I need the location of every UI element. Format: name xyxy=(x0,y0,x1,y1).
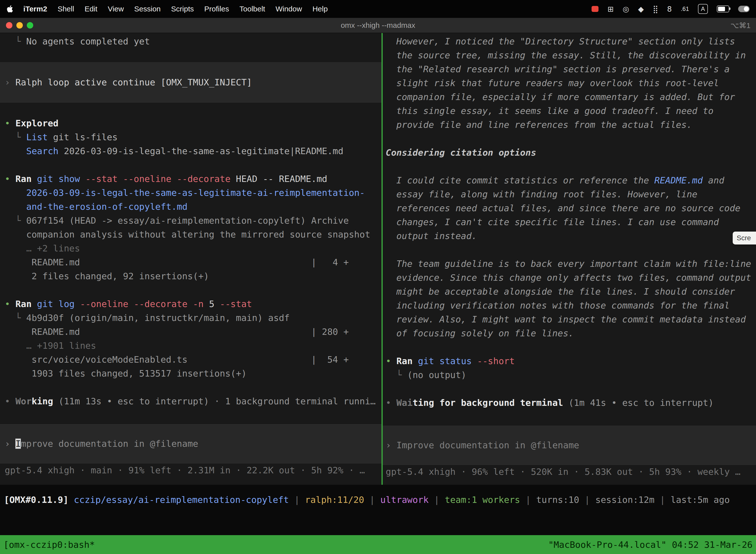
tmux-hostname-clock: "MacBook-Pro-44.local" 04:52 31-Mar-26 xyxy=(548,540,753,550)
minimize-window-button[interactable] xyxy=(16,22,23,29)
input-source-icon[interactable]: A xyxy=(698,4,708,14)
explored-list-line: └ List git ls-files xyxy=(0,130,381,144)
git-output-line: └ (no output) xyxy=(383,368,756,382)
left-pane[interactable]: └ No agents completed yet › Ralph loop a… xyxy=(0,33,381,486)
git-flags: --oneline --decorate -n xyxy=(75,299,209,309)
menu-item-iterm2[interactable]: iTerm2 xyxy=(23,5,47,13)
grid-icon[interactable]: ⊞ xyxy=(608,5,614,13)
prompt-input-box[interactable]: › Improve documentation in @filename xyxy=(0,424,381,463)
tmux-session-window: [omx-cczip0:bash* xyxy=(3,540,95,550)
menu-item-profiles[interactable]: Profiles xyxy=(204,5,229,13)
window-hotkey-label: ⌥⌘1 xyxy=(731,21,751,30)
apple-menu[interactable] xyxy=(6,5,13,13)
bullet-icon: • xyxy=(5,299,15,309)
input-text: Improve documentation in @filename xyxy=(396,440,579,450)
hotkey-app-icon[interactable]: 8 xyxy=(667,5,672,13)
input-text: mprove documentation in @filename xyxy=(21,439,198,449)
working-status-line: • Working (11m 13s • esc to interrupt) ·… xyxy=(0,394,381,408)
menu-bar: iTerm2 Shell Edit View Session Scripts P… xyxy=(0,0,756,18)
explored-search-line: Search 2026-03-09-is-legal-the-same-as-l… xyxy=(0,144,381,158)
menu-item-edit[interactable]: Edit xyxy=(84,5,98,13)
diffstat-line: src/voice/voiceModeEnabled.ts | 54 + xyxy=(0,353,381,367)
waiting-status-line: • Waiting for background terminal (1m 41… xyxy=(383,396,756,410)
omx-session-time: session:12m xyxy=(595,495,654,505)
ran-git-log-line: • Ran git log --oneline --decorate -n 5 … xyxy=(0,297,381,311)
menu-item-toolbelt[interactable]: Toolbelt xyxy=(240,5,265,13)
tool-verb: Search xyxy=(26,146,59,156)
explored-header: • Explored xyxy=(0,116,381,130)
close-window-button[interactable] xyxy=(6,22,12,29)
model-status-line: gpt-5.4 xhigh · 96% left · 520K in · 5.8… xyxy=(383,465,756,479)
git-output-line: └ 4b9d30f (origin/main, instructkr/main,… xyxy=(0,311,381,325)
status-badge[interactable]: .61 xyxy=(681,5,689,12)
git-flags: --short xyxy=(472,356,515,366)
git-flags: --stat xyxy=(214,299,252,309)
prompt-chevron-icon: › xyxy=(5,77,15,88)
ran-git-status-line: • Ran git status --short xyxy=(383,354,756,368)
menu-item-shell[interactable]: Shell xyxy=(58,5,74,13)
omx-ralph-counter: ralph:11/20 xyxy=(305,495,364,505)
prompt-chevron-icon: › xyxy=(5,439,15,449)
battery-icon[interactable] xyxy=(717,5,729,12)
git-command: git show xyxy=(32,174,80,184)
window-titlebar: omx --xhigh --madmax ⌥⌘1 xyxy=(0,18,756,33)
menu-item-help[interactable]: Help xyxy=(313,5,328,13)
omx-version: [OMX#0.11.9] xyxy=(4,495,68,505)
omx-last-activity: last:5m ago xyxy=(671,495,730,505)
zoom-window-button[interactable] xyxy=(27,22,33,29)
apps-grid-icon[interactable]: ⣿ xyxy=(653,5,658,13)
ralph-loop-message: Ralph loop active continue [OMX_TMUX_INJ… xyxy=(15,77,252,88)
bullet-icon: • xyxy=(386,398,396,408)
truncated-lines-note: … +2 lines xyxy=(0,241,381,256)
reasoning-paragraph: The team guideline is to back every impo… xyxy=(383,257,752,340)
ran-verb: Ran xyxy=(396,356,413,366)
window-controls xyxy=(6,22,33,29)
right-pane[interactable]: However, I noticed the "Directory Struct… xyxy=(383,33,756,486)
prompt-chevron-icon: › xyxy=(386,440,396,450)
agents-completed-note: └ No agents completed yet xyxy=(0,35,381,48)
terminal-bottom-area: [OMX#0.11.9] cczip/essay/ai-reimplementa… xyxy=(0,485,756,554)
git-command: git log xyxy=(32,299,74,309)
diffstat-line: README.md | 4 + xyxy=(0,256,381,269)
bullet-icon: • xyxy=(386,356,396,366)
terminal-content: └ No agents completed yet › Ralph loop a… xyxy=(0,33,756,485)
tree-branch-glyph: └ xyxy=(5,313,26,323)
ran-verb: Ran xyxy=(15,174,32,184)
model-status-line: gpt-5.4 xhigh · main · 91% left · 2.31M … xyxy=(0,463,381,477)
tmux-status-bar: [omx-cczip0:bash*"MacBook-Pro-44.local" … xyxy=(0,535,756,554)
text-cursor: I xyxy=(15,439,21,449)
menu-item-scripts[interactable]: Scripts xyxy=(171,5,194,13)
menu-item-session[interactable]: Session xyxy=(134,5,161,13)
bullet-icon: • xyxy=(5,118,15,128)
readme-link: README.md xyxy=(654,175,703,185)
omx-worktree-path: cczip/essay/ai-reimplementation-copyleft xyxy=(74,495,289,505)
ran-verb: Ran xyxy=(15,299,32,309)
diffstat-line: README.md | 280 + xyxy=(0,325,381,339)
reasoning-paragraph: However, I noticed the "Directory Struct… xyxy=(383,35,752,132)
tree-branch-glyph: └ xyxy=(5,215,26,226)
screen-share-notification[interactable]: Scre xyxy=(733,232,756,244)
screen-recording-icon[interactable] xyxy=(591,6,598,12)
omx-status-bar: [OMX#0.11.9] cczip/essay/ai-reimplementa… xyxy=(0,485,756,507)
menu-item-window[interactable]: Window xyxy=(275,5,302,13)
tree-branch-glyph: └ xyxy=(386,370,407,380)
git-output-line: companion analysis without altering the … xyxy=(0,228,381,241)
git-flags: --stat --oneline --decorate xyxy=(80,174,231,184)
bullet-icon: • xyxy=(5,396,15,406)
prompt-input-box[interactable]: › Improve documentation in @filename xyxy=(383,426,756,465)
ran-git-show-line: • Ran git show --stat --oneline --decora… xyxy=(0,172,381,186)
git-output-line: └ 067f154 (HEAD -> essay/ai-reimplementa… xyxy=(0,214,381,228)
globe-icon[interactable]: ◎ xyxy=(623,5,629,13)
menu-item-view[interactable]: View xyxy=(108,5,124,13)
tree-branch-glyph: └ xyxy=(5,36,26,46)
display-toggle-icon[interactable] xyxy=(738,6,750,12)
reasoning-heading: Considering citation options xyxy=(383,146,756,160)
ralph-loop-banner: › Ralph loop active continue [OMX_TMUX_I… xyxy=(0,62,381,103)
omx-turns: turns:10 xyxy=(536,495,579,505)
shield-icon[interactable]: ◆ xyxy=(638,5,644,13)
reasoning-paragraph: I could cite commit statistics or refere… xyxy=(383,173,752,243)
omx-team: team:1 workers xyxy=(445,495,520,505)
diffstat-summary: 2 files changed, 92 insertions(+) xyxy=(0,269,381,283)
bullet-icon: • xyxy=(5,174,15,184)
window-title: omx --xhigh --madmax xyxy=(341,21,415,30)
